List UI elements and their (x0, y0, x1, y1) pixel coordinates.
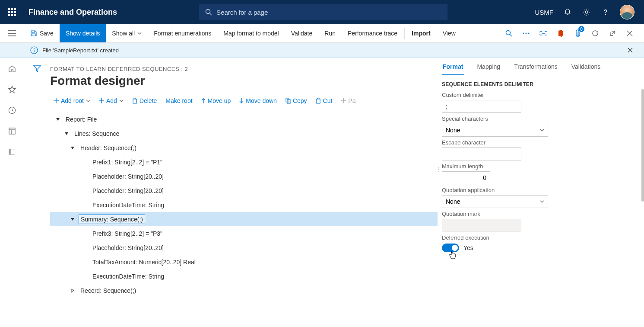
make-root-button[interactable]: Make root (162, 95, 196, 107)
tree-row[interactable]: Prefix3: String[2..2] = "P3" (50, 226, 438, 240)
caret-down-icon[interactable] (69, 146, 76, 150)
performance-trace-button[interactable]: Performance trace (342, 24, 403, 42)
tree-row[interactable]: TotalTaxAmount: Numeric[20..20] Real (50, 255, 438, 269)
app-launcher-button[interactable] (0, 8, 24, 16)
import-button[interactable]: Import (406, 24, 437, 42)
help-button[interactable] (601, 7, 610, 17)
validate-button[interactable]: Validate (285, 24, 319, 42)
close-icon (628, 48, 633, 53)
run-button[interactable]: Run (318, 24, 342, 42)
notifications-button[interactable] (563, 7, 572, 17)
info-message: File 'SampleReport.txt' created (42, 47, 119, 54)
tree-row[interactable]: ExecutionDateTime: String (50, 269, 438, 283)
tree-item-label: Record: Sequence(;) (79, 286, 138, 295)
link-button[interactable] (535, 24, 552, 42)
tree-row[interactable]: Record: Sequence(;) (50, 283, 438, 298)
tree-row[interactable]: Summary: Sequence(;) (50, 212, 438, 226)
company-picker[interactable]: USMF (535, 9, 554, 16)
scrollbar[interactable] (641, 89, 644, 202)
search-button[interactable] (501, 24, 517, 42)
settings-button[interactable] (582, 7, 591, 17)
tab-transformations[interactable]: Transformations (513, 59, 558, 75)
tree-item-label: ExecutionDateTime: String (91, 201, 166, 209)
tree-row[interactable]: Placeholder: String[20..20] (50, 183, 438, 198)
special-chars-select[interactable]: None (442, 124, 548, 137)
deferred-execution-toggle[interactable] (442, 244, 459, 252)
map-format-button[interactable]: Map format to model (217, 24, 285, 42)
close-page-button[interactable] (622, 24, 638, 42)
cut-button[interactable]: Cut (312, 95, 336, 107)
rail-workspaces[interactable] (7, 126, 17, 136)
tree-row[interactable]: Lines: Sequence (50, 126, 438, 141)
tree-item-label: ExecutionDateTime: String (91, 272, 166, 281)
filter-button[interactable] (32, 64, 42, 74)
tab-validations[interactable]: Validations (571, 59, 601, 75)
filter-pane (24, 58, 50, 327)
popout-button[interactable] (604, 24, 621, 42)
escape-char-input[interactable] (442, 147, 521, 160)
svg-rect-25 (9, 154, 10, 155)
nav-toggle-button[interactable] (0, 24, 24, 42)
action-bar: Save Show details Show all Format enumer… (0, 24, 644, 43)
app-title: Finance and Operations (24, 8, 117, 17)
add-button[interactable]: Add (95, 95, 127, 107)
add-root-button[interactable]: Add root (50, 95, 94, 107)
chevron-down-icon (119, 99, 124, 102)
info-close-button[interactable] (628, 48, 637, 53)
tree-row[interactable]: Placeholder: String[20..20] (50, 169, 438, 183)
tab-format[interactable]: Format (442, 59, 464, 75)
copy-icon (286, 98, 291, 104)
custom-delimiter-input[interactable] (442, 100, 521, 113)
tab-mapping[interactable]: Mapping (476, 59, 501, 75)
chevron-down-icon (540, 129, 544, 131)
caret-down-icon[interactable] (69, 218, 76, 221)
search-input[interactable]: Search for a page (199, 4, 447, 20)
user-avatar[interactable] (620, 5, 634, 19)
caret-down-icon[interactable] (54, 118, 61, 121)
chevron-down-icon (540, 200, 544, 203)
search-placeholder: Search for a page (216, 9, 268, 16)
tree-row[interactable]: Header: Sequence(;) (50, 141, 438, 155)
office-button[interactable] (552, 24, 569, 42)
rail-home[interactable] (7, 64, 17, 74)
rail-modules[interactable] (7, 147, 17, 157)
rail-favorites[interactable] (7, 85, 17, 94)
tree-item-label: Report: File (64, 115, 98, 124)
drag-handle-icon[interactable]: ⋮ (436, 166, 441, 173)
quotation-app-select[interactable]: None (442, 195, 548, 208)
waffle-icon (8, 8, 16, 16)
show-details-button[interactable]: Show details (60, 24, 106, 42)
more-button[interactable] (518, 24, 534, 42)
show-all-label: Show all (112, 30, 135, 37)
tree-row[interactable]: Prefix1: String[2..2] = "P1" (50, 155, 438, 169)
tree-item-label: Lines: Sequence (73, 129, 121, 138)
caret-down-icon[interactable] (63, 132, 70, 135)
rail-recent[interactable] (7, 106, 17, 115)
move-up-button[interactable]: Move up (198, 95, 235, 107)
attachments-button[interactable]: 0 (570, 24, 586, 42)
paste-button: Pa (337, 95, 359, 107)
copy-button[interactable]: Copy (282, 95, 311, 107)
svg-point-3 (605, 14, 606, 15)
quotation-app-label: Quotation application (442, 187, 634, 193)
max-length-input[interactable] (442, 171, 490, 184)
bell-icon (564, 8, 571, 16)
close-icon (627, 30, 633, 36)
breadcrumb: FORMAT TO LEARN DEFERRED SEQUENCES : 2 (50, 66, 438, 72)
special-chars-value: None (446, 127, 460, 134)
tree-row[interactable]: Placeholder: String[20..20] (50, 240, 438, 255)
special-chars-label: Special characters (442, 115, 634, 122)
info-icon (30, 46, 38, 54)
format-tree: Report: FileLines: SequenceHeader: Seque… (50, 112, 438, 298)
caret-right-icon[interactable] (69, 289, 76, 293)
view-button[interactable]: View (437, 24, 462, 42)
format-enumerations-button[interactable]: Format enumerations (148, 24, 217, 42)
move-down-button[interactable]: Move down (236, 95, 280, 107)
delete-button[interactable]: Delete (129, 95, 160, 107)
show-all-button[interactable]: Show all (106, 24, 148, 42)
save-button[interactable]: Save (24, 24, 60, 42)
tree-row[interactable]: Report: File (50, 112, 438, 126)
tree-row[interactable]: ExecutionDateTime: String (50, 198, 438, 212)
search-icon (205, 9, 212, 16)
refresh-button[interactable] (587, 24, 603, 42)
